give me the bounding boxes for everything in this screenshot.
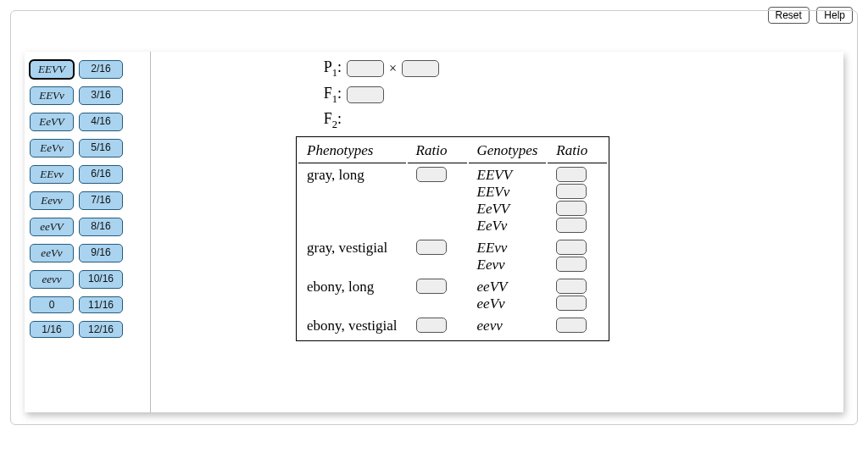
ratio-tile[interactable]: 12/16 bbox=[79, 321, 123, 338]
genotype-tile[interactable]: EEVv bbox=[30, 86, 74, 105]
genotype-tile[interactable]: Eevv bbox=[30, 191, 74, 210]
ratio-tile[interactable]: 4/16 bbox=[79, 113, 123, 131]
phenotype-cell: ebony, vestigial bbox=[298, 316, 406, 339]
genotype-ratio-slot[interactable] bbox=[556, 184, 587, 199]
ratio-tile[interactable]: 7/16 bbox=[79, 191, 123, 210]
genotype-label: Eevv bbox=[477, 257, 538, 273]
genotype-label: EeVV bbox=[477, 201, 538, 218]
f2-row-label: F2: bbox=[296, 110, 609, 131]
genotype-label: EEVv bbox=[477, 184, 538, 201]
ratio-tile[interactable]: 1/16 bbox=[30, 321, 74, 338]
ratio-tile[interactable]: 8/16 bbox=[79, 218, 123, 236]
ratio-tile[interactable]: 11/16 bbox=[79, 296, 123, 313]
phenotype-cell: gray, long bbox=[298, 165, 406, 236]
ratio-tile[interactable]: 0 bbox=[30, 296, 74, 313]
table-row: gray, vestigialEEvvEevv bbox=[298, 238, 607, 275]
phenotype-cell: gray, vestigial bbox=[298, 238, 406, 275]
genotype-label: EeVv bbox=[477, 218, 538, 235]
col-ratio-pheno: Ratio bbox=[408, 139, 467, 163]
col-genotypes: Genotypes bbox=[469, 139, 547, 163]
genotype-ratio-slot[interactable] bbox=[556, 318, 587, 333]
f1-label: F bbox=[324, 85, 332, 102]
p1-slot-b[interactable] bbox=[402, 60, 439, 77]
genotype-ratio-slot[interactable] bbox=[556, 167, 587, 182]
genotype-cell: eeVVeeVv bbox=[469, 277, 547, 314]
p1-slot-a[interactable] bbox=[347, 60, 384, 77]
worksheet: P1: × F1: F2: Phenotypes Ratio Geno bbox=[296, 58, 609, 341]
table-row: ebony, vestigialeevv bbox=[298, 316, 607, 339]
genotype-label: EEVV bbox=[477, 167, 538, 184]
genotype-label: EEvv bbox=[477, 240, 538, 257]
genotype-cell: EEVVEEVvEeVVEeVv bbox=[469, 165, 547, 236]
genotype-tile[interactable]: eevv bbox=[30, 270, 74, 289]
genotype-label: eeVV bbox=[477, 279, 538, 296]
f2-table: Phenotypes Ratio Genotypes Ratio gray, l… bbox=[296, 136, 609, 341]
genotype-ratio-slot[interactable] bbox=[556, 201, 587, 216]
ratio-tile[interactable]: 10/16 bbox=[79, 270, 123, 289]
cross-symbol: × bbox=[389, 61, 397, 76]
genotype-ratio-slot[interactable] bbox=[556, 296, 587, 311]
genotype-tile[interactable]: EEvv bbox=[30, 165, 74, 184]
ratio-tile[interactable]: 3/16 bbox=[79, 86, 123, 105]
genotype-tile[interactable]: EeVv bbox=[30, 139, 74, 157]
col-ratio-geno: Ratio bbox=[548, 139, 607, 163]
genotype-label: eeVv bbox=[477, 296, 538, 312]
genotype-tile[interactable]: eeVV bbox=[30, 218, 74, 236]
palette-divider bbox=[150, 52, 151, 412]
genotype-label: eevv bbox=[477, 318, 538, 334]
f2-table-body: gray, longEEVVEEVvEeVVEeVvgray, vestigia… bbox=[298, 165, 607, 339]
p1-label: P bbox=[324, 58, 332, 75]
col-phenotypes: Phenotypes bbox=[298, 139, 406, 163]
genotype-tile[interactable]: EEVV bbox=[30, 60, 74, 79]
p1-row: P1: × bbox=[296, 58, 609, 80]
ratio-tile[interactable]: 5/16 bbox=[79, 139, 123, 157]
genotype-tile[interactable]: EeVV bbox=[30, 113, 74, 131]
phenotype-cell: ebony, long bbox=[298, 277, 406, 314]
phenotype-ratio-slot[interactable] bbox=[416, 279, 447, 294]
genotype-cell: EEvvEevv bbox=[469, 238, 547, 275]
phenotype-ratio-slot[interactable] bbox=[416, 167, 447, 182]
table-row: gray, longEEVVEEVvEeVVEeVv bbox=[298, 165, 607, 236]
activity-frame: EEVV2/16EEVv3/16EeVV4/16EeVv5/16EEvv6/16… bbox=[10, 10, 858, 425]
genotype-ratio-slot[interactable] bbox=[556, 218, 587, 233]
genotype-ratio-slot[interactable] bbox=[556, 279, 587, 294]
ratio-tile[interactable]: 9/16 bbox=[79, 244, 123, 262]
genotype-cell: eevv bbox=[469, 316, 547, 339]
activity-canvas: EEVV2/16EEVv3/16EeVV4/16EeVv5/16EEvv6/16… bbox=[25, 52, 843, 412]
table-row: ebony, longeeVVeeVv bbox=[298, 277, 607, 314]
f2-label: F bbox=[324, 110, 332, 127]
phenotype-ratio-slot[interactable] bbox=[416, 318, 447, 333]
genotype-ratio-slot[interactable] bbox=[556, 257, 587, 272]
ratio-tile[interactable]: 6/16 bbox=[79, 165, 123, 184]
f1-slot[interactable] bbox=[347, 86, 384, 103]
genotype-tile[interactable]: eeVv bbox=[30, 244, 74, 262]
ratio-tile[interactable]: 2/16 bbox=[79, 60, 123, 79]
tile-palette: EEVV2/16EEVv3/16EeVV4/16EeVv5/16EEvv6/16… bbox=[30, 60, 145, 345]
phenotype-ratio-slot[interactable] bbox=[416, 240, 447, 255]
genotype-ratio-slot[interactable] bbox=[556, 240, 587, 255]
f1-row: F1: bbox=[296, 85, 609, 106]
